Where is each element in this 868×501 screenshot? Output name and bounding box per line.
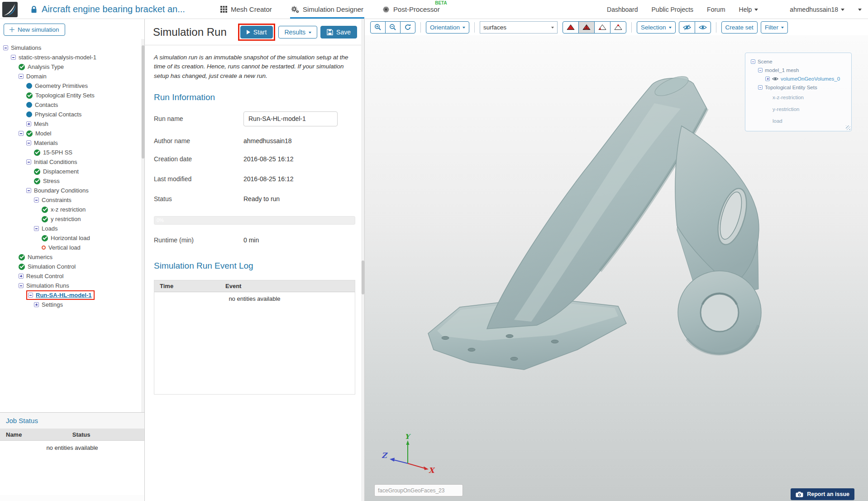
check-icon <box>26 92 33 99</box>
tree-item-numerics[interactable]: Numerics <box>0 252 144 262</box>
runtime-label: Runtime (min) <box>154 236 243 244</box>
expand-icon[interactable] <box>765 77 770 81</box>
tree-item-mesh[interactable]: Mesh <box>0 119 144 129</box>
filter-dropdown[interactable]: Filter <box>761 21 788 34</box>
run-description: A simulation run is an immutable snapsho… <box>145 45 364 81</box>
scene-tree-item-volume[interactable]: volumeOnGeoVolumes_0 <box>749 74 848 83</box>
collapse-icon[interactable] <box>758 85 763 90</box>
start-button[interactable]: Start <box>240 26 273 39</box>
scene-tree-item-y-restriction[interactable]: y-restriction <box>749 103 848 115</box>
tree-item-result-control[interactable]: Result Control <box>0 271 144 281</box>
scene-tree-item-load[interactable]: load <box>749 115 848 127</box>
collapse-icon[interactable] <box>28 293 33 298</box>
viewport-canvas[interactable]: Scene model_1 mesh volumeOnGeoVolumes_0 <box>365 35 868 501</box>
tree-item-xz-restriction[interactable]: x-z restriction <box>0 205 144 214</box>
nav-post-processor[interactable]: Post-Processor BETA <box>382 0 441 19</box>
face-group-name-input[interactable] <box>374 484 463 496</box>
tree-item-vertical-load[interactable]: Vertical load <box>0 243 144 252</box>
tree-item-displacement[interactable]: Displacement <box>0 167 144 176</box>
render-mode-select[interactable]: surfaces <box>480 21 558 34</box>
zoom-out-button[interactable] <box>385 21 401 34</box>
tree-item-boundary-conditions[interactable]: Boundary Conditions <box>0 186 144 195</box>
collapse-icon[interactable] <box>26 159 31 164</box>
tree-item-loads[interactable]: Loads <box>0 224 144 233</box>
job-status-table-header: Name Status <box>0 429 144 441</box>
run-name-input[interactable] <box>243 111 338 126</box>
nav-simulation-designer[interactable]: Simulation Designer <box>290 0 364 19</box>
run-panel-scrollbar-thumb[interactable] <box>362 260 364 294</box>
resize-handle[interactable] <box>846 125 850 130</box>
report-issue-button[interactable]: Report an issue <box>791 488 854 500</box>
event-log-heading: Simulation Run Event Log <box>154 261 355 271</box>
link-dashboard[interactable]: Dashboard <box>607 6 638 13</box>
viewport-toolbar: Orientation surfaces <box>365 19 868 35</box>
tree-item-model[interactable]: Model <box>0 129 144 138</box>
sidebar-scrollbar[interactable] <box>141 39 144 412</box>
collapse-icon[interactable] <box>19 283 24 288</box>
collapse-icon[interactable] <box>26 188 31 193</box>
hide-selection-button[interactable] <box>679 21 695 34</box>
zoom-in-button[interactable] <box>370 21 386 34</box>
tree-item-y-restriction[interactable]: y restriction <box>0 214 144 224</box>
orientation-dropdown[interactable]: Orientation <box>426 21 469 34</box>
nav-mesh-creator[interactable]: Mesh Creator <box>219 0 273 19</box>
tree-item-constraints[interactable]: Constraints <box>0 195 144 205</box>
render-surfaces-edges-button[interactable] <box>578 21 595 34</box>
selection-dropdown[interactable]: Selection <box>637 21 676 34</box>
tree-item-stress[interactable]: Stress <box>0 176 144 186</box>
create-set-button[interactable]: Create set <box>721 21 758 34</box>
tree-item-contacts[interactable]: Contacts <box>0 100 144 110</box>
tree-item-analysis-type[interactable]: Analysis Type <box>0 62 144 72</box>
run-panel-scrollbar[interactable] <box>361 19 364 501</box>
collapse-icon[interactable] <box>3 45 8 50</box>
tree-item-materials[interactable]: Materials <box>0 138 144 148</box>
tree-item-15-5ph-ss[interactable]: 15-5PH SS <box>0 148 144 157</box>
link-public-projects[interactable]: Public Projects <box>652 6 694 13</box>
project-title[interactable]: Aircraft engine bearing bracket an... <box>42 4 185 14</box>
collapse-icon[interactable] <box>34 226 39 231</box>
expand-icon[interactable] <box>34 302 39 307</box>
new-simulation-button[interactable]: New simulation <box>4 24 65 36</box>
tree-item-simulations[interactable]: Simulations <box>0 43 144 53</box>
show-selection-button[interactable] <box>695 21 711 34</box>
refresh-view-button[interactable] <box>400 21 415 34</box>
secondary-menu-toggle[interactable] <box>858 6 862 13</box>
tree-item-horizontal-load[interactable]: Horizontal load <box>0 233 144 243</box>
eye-icon[interactable] <box>772 77 778 81</box>
expand-icon[interactable] <box>26 121 31 126</box>
tree-item-physical-contacts[interactable]: Physical Contacts <box>0 110 144 119</box>
save-button[interactable]: Save <box>320 26 357 39</box>
collapse-icon[interactable] <box>751 59 755 64</box>
render-surfaces-button[interactable] <box>563 21 579 34</box>
scene-tree-item-topological-entity-sets[interactable]: Topological Entity Sets <box>749 83 848 92</box>
collapse-icon[interactable] <box>19 74 24 79</box>
scene-tree-item-scene[interactable]: Scene <box>749 57 848 66</box>
tree-item-run-sa-hl-model-1[interactable]: Run-SA-HL-model-1 <box>0 290 144 300</box>
link-forum[interactable]: Forum <box>707 6 725 13</box>
tree-item-initial-conditions[interactable]: Initial Conditions <box>0 157 144 167</box>
collapse-icon[interactable] <box>11 55 16 60</box>
collapse-icon[interactable] <box>19 131 24 136</box>
scene-tree-item-xz-restriction[interactable]: x-z-restriction <box>749 92 848 103</box>
user-menu[interactable]: ahmedhussain18 <box>790 6 844 13</box>
tree-item-settings[interactable]: Settings <box>0 300 144 309</box>
results-dropdown-button[interactable]: Results <box>278 26 317 39</box>
tree-item-topological-entity-sets[interactable]: Topological Entity Sets <box>0 91 144 100</box>
tree-item-simulation-control[interactable]: Simulation Control <box>0 262 144 271</box>
expand-icon[interactable] <box>19 274 24 279</box>
camera-icon <box>796 491 803 497</box>
collapse-icon[interactable] <box>758 68 763 72</box>
collapse-icon[interactable] <box>34 198 39 202</box>
zoom-out-icon <box>389 24 396 31</box>
render-wireframe-button[interactable] <box>594 21 610 34</box>
scene-tree-item-model-1-mesh[interactable]: model_1 mesh <box>749 66 848 74</box>
tree-item-static-stress-analysis[interactable]: static-stress-analysis-model-1 <box>0 53 144 62</box>
tree-item-domain[interactable]: Domain <box>0 72 144 81</box>
collapse-icon[interactable] <box>26 140 31 145</box>
sidebar-scrollbar-thumb[interactable] <box>142 45 144 159</box>
tree-item-geometry-primitives[interactable]: Geometry Primitives <box>0 81 144 91</box>
tree-item-simulation-runs[interactable]: Simulation Runs <box>0 281 144 290</box>
render-points-button[interactable] <box>610 21 626 34</box>
app-logo[interactable] <box>0 0 18 19</box>
help-menu[interactable]: Help <box>739 6 758 13</box>
